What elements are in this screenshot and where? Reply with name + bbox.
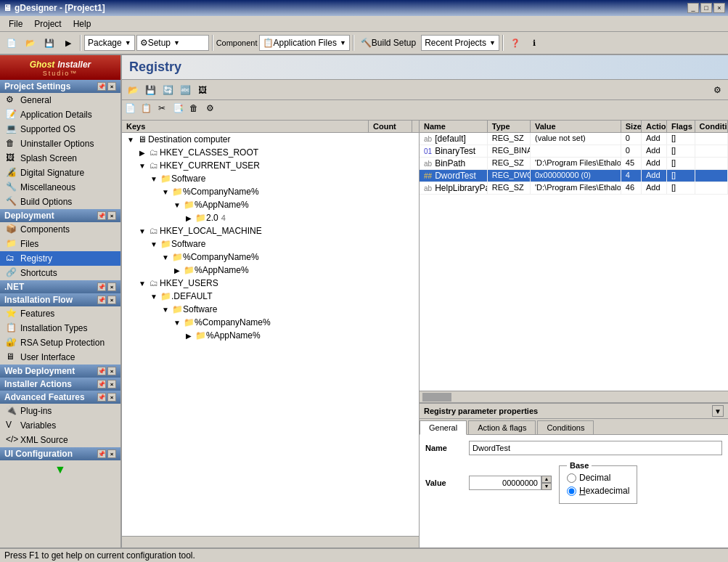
tree-item-20[interactable]: ▶ 📁 2.0 4 bbox=[122, 211, 419, 224]
tree-item-hkcu-sw[interactable]: ▼ 📁 Software bbox=[122, 172, 419, 185]
sidebar-item-registry[interactable]: 🗂 Registry bbox=[0, 251, 120, 266]
spinner-up[interactable]: ▲ bbox=[541, 476, 552, 483]
sidebar-item-uninstaller[interactable]: 🗑 Uninstaller Options bbox=[0, 137, 120, 151]
tree-item-hklm[interactable]: ▼ 🗂 HKEY_LOCAL_MACHINE bbox=[122, 224, 419, 237]
sidebar-item-rsa[interactable]: 🔐 RSA Setup Protection bbox=[0, 335, 120, 350]
sidebar-item-install-types[interactable]: 📋 Installation Types bbox=[0, 321, 120, 335]
table-row[interactable]: 01 BinaryTest REG_BINA... 0 Add [] bbox=[420, 145, 728, 158]
tree-item-hku-company[interactable]: ▼ 📁 %CompanyName% bbox=[122, 316, 419, 329]
spinner-down[interactable]: ▼ bbox=[541, 483, 552, 490]
tree-content[interactable]: ▼ 🖥 Destination computer ▶ 🗂 HKEY_CLASSE… bbox=[122, 133, 419, 536]
deployment-pin[interactable]: 📌 bbox=[97, 211, 106, 220]
deployment-collapse[interactable]: × bbox=[107, 211, 116, 220]
tree-item-hkcu-company[interactable]: ▼ 📁 %CompanyName% bbox=[122, 185, 419, 198]
toolbar-btn4[interactable]: ▶ bbox=[60, 34, 77, 52]
setup-dropdown[interactable]: ⚙ Setup ▼ bbox=[136, 35, 209, 51]
tree-item-hkcu-app[interactable]: ▼ 📁 %AppName% bbox=[122, 198, 419, 211]
grid-content[interactable]: ab [default] REG_SZ (value not set) 0 Ad… bbox=[420, 133, 728, 391]
ui-config-collapse[interactable]: × bbox=[107, 449, 116, 458]
sidebar-item-features[interactable]: ⭐ Features bbox=[0, 306, 120, 321]
toggle-hku-app[interactable]: ▶ bbox=[183, 330, 195, 341]
reg-btn-1[interactable]: 📄 bbox=[122, 100, 138, 116]
sidebar-down-arrow[interactable]: ▼ bbox=[0, 460, 120, 479]
reg-btn-4[interactable]: 📑 bbox=[170, 100, 186, 116]
content-btn-4[interactable]: 🔤 bbox=[177, 82, 193, 98]
sidebar-item-plugins[interactable]: 🔌 Plug-ins bbox=[0, 404, 120, 418]
toggle-hku-sw[interactable]: ▼ bbox=[160, 304, 171, 315]
tree-item-hku[interactable]: ▼ 🗂 HKEY_USERS bbox=[122, 277, 419, 290]
content-btn-2[interactable]: 💾 bbox=[142, 82, 158, 98]
content-btn-1[interactable]: 📂 bbox=[125, 82, 141, 98]
menu-file[interactable]: File bbox=[3, 17, 28, 30]
toolbar-save[interactable]: 💾 bbox=[41, 34, 58, 52]
table-row[interactable]: ab HelpLibraryPath REG_SZ 'D:\Program Fi… bbox=[420, 182, 728, 195]
sidebar-item-variables[interactable]: V Variables bbox=[0, 418, 120, 433]
toggle-20[interactable]: ▶ bbox=[183, 212, 195, 224]
content-btn-3[interactable]: 🔄 bbox=[160, 82, 176, 98]
sidebar-item-user-interface[interactable]: 🖥 User Interface bbox=[0, 350, 120, 365]
dotnet-pin[interactable]: 📌 bbox=[97, 282, 106, 291]
content-btn-5[interactable]: 🖼 bbox=[195, 82, 210, 98]
radio-decimal[interactable] bbox=[567, 473, 576, 483]
toggle-hklm-app[interactable]: ▶ bbox=[171, 264, 183, 276]
toggle-hkcr[interactable]: ▶ bbox=[136, 147, 148, 158]
reg-btn-5[interactable]: 🗑 bbox=[186, 100, 202, 116]
sidebar-item-components[interactable]: 📦 Components bbox=[0, 222, 120, 237]
info-button[interactable]: ℹ bbox=[525, 34, 543, 52]
table-row[interactable]: ## DwordTest REG_DWO... 0x00000000 (0) 4… bbox=[420, 170, 728, 182]
sidebar-item-supported-os[interactable]: 💻 Supported OS bbox=[0, 122, 120, 137]
radio-hexadecimal[interactable] bbox=[567, 486, 576, 496]
tree-item-hkcr[interactable]: ▶ 🗂 HKEY_CLASSES_ROOT bbox=[122, 146, 419, 159]
toggle-hku-default[interactable]: ▼ bbox=[148, 290, 160, 302]
reg-btn-2[interactable]: 📋 bbox=[138, 100, 154, 116]
toggle-dest[interactable]: ▼ bbox=[125, 134, 136, 145]
sidebar-item-splash[interactable]: 🖼 Splash Screen bbox=[0, 151, 120, 166]
help-button[interactable]: ❓ bbox=[507, 34, 524, 52]
section-pin[interactable]: 📌 bbox=[97, 82, 106, 91]
toggle-hkcu-app[interactable]: ▼ bbox=[171, 199, 183, 211]
web-deploy-collapse[interactable]: × bbox=[107, 367, 116, 375]
reg-btn-3[interactable]: ✂ bbox=[154, 100, 170, 116]
toggle-hklm-company[interactable]: ▼ bbox=[160, 251, 171, 263]
sidebar-item-shortcuts[interactable]: 🔗 Shortcuts bbox=[0, 266, 120, 280]
dotnet-collapse[interactable]: × bbox=[107, 282, 116, 291]
ui-config-pin[interactable]: 📌 bbox=[97, 449, 106, 458]
maximize-button[interactable]: □ bbox=[700, 3, 712, 13]
sidebar-item-digital-sig[interactable]: 🔏 Digital Signature bbox=[0, 166, 120, 180]
properties-collapse-btn[interactable]: ▼ bbox=[712, 405, 724, 417]
tree-item-hku-app[interactable]: ▶ 📁 %AppName% bbox=[122, 329, 419, 342]
toggle-hku[interactable]: ▼ bbox=[136, 277, 148, 289]
toggle-hkcu[interactable]: ▼ bbox=[136, 160, 148, 171]
toggle-hklm-sw[interactable]: ▼ bbox=[148, 238, 160, 250]
tree-item-hku-sw[interactable]: ▼ 📁 Software bbox=[122, 303, 419, 316]
web-deploy-pin[interactable]: 📌 bbox=[97, 367, 106, 375]
sidebar-item-xml-source[interactable]: </> XML Source bbox=[0, 433, 120, 447]
name-input[interactable] bbox=[469, 441, 722, 455]
tree-item-hklm-app[interactable]: ▶ 📁 %AppName% bbox=[122, 264, 419, 277]
advanced-collapse[interactable]: × bbox=[107, 393, 116, 402]
tree-item-hkcu[interactable]: ▼ 🗂 HKEY_CURRENT_USER bbox=[122, 159, 419, 172]
table-row[interactable]: ab BinPath REG_SZ 'D:\Program Files\Etha… bbox=[420, 158, 728, 170]
toolbar-new[interactable]: 📄 bbox=[3, 34, 20, 52]
toggle-hkcu-company[interactable]: ▼ bbox=[160, 186, 171, 197]
hscroll-thumb[interactable] bbox=[422, 393, 451, 402]
tree-item-hklm-sw[interactable]: ▼ 📁 Software bbox=[122, 237, 419, 251]
value-input[interactable] bbox=[469, 476, 541, 490]
reg-btn-6[interactable]: ⚙ bbox=[202, 100, 218, 116]
sidebar-item-general[interactable]: ⚙ General bbox=[0, 93, 120, 107]
tab-conditions[interactable]: Conditions bbox=[537, 420, 594, 434]
tree-item-hklm-company[interactable]: ▼ 📁 %CompanyName% bbox=[122, 251, 419, 264]
appfiles-dropdown[interactable]: 📋 Application Files ▼ bbox=[259, 35, 350, 51]
tree-item-dest[interactable]: ▼ 🖥 Destination computer bbox=[122, 133, 419, 146]
toggle-hklm[interactable]: ▼ bbox=[136, 225, 148, 237]
install-flow-pin[interactable]: 📌 bbox=[97, 296, 106, 304]
menu-project[interactable]: Project bbox=[28, 17, 67, 30]
installer-actions-collapse[interactable]: × bbox=[107, 380, 116, 388]
tab-action-flags[interactable]: Action & flags bbox=[468, 420, 536, 434]
sidebar-item-files[interactable]: 📁 Files bbox=[0, 237, 120, 251]
menu-help[interactable]: Help bbox=[68, 17, 97, 30]
content-btn-6[interactable]: ⚙ bbox=[709, 82, 725, 98]
close-button[interactable]: × bbox=[713, 3, 725, 13]
recent-projects-dropdown[interactable]: Recent Projects ▼ bbox=[421, 35, 499, 51]
sidebar-item-misc[interactable]: 🔧 Miscellaneous bbox=[0, 180, 120, 195]
